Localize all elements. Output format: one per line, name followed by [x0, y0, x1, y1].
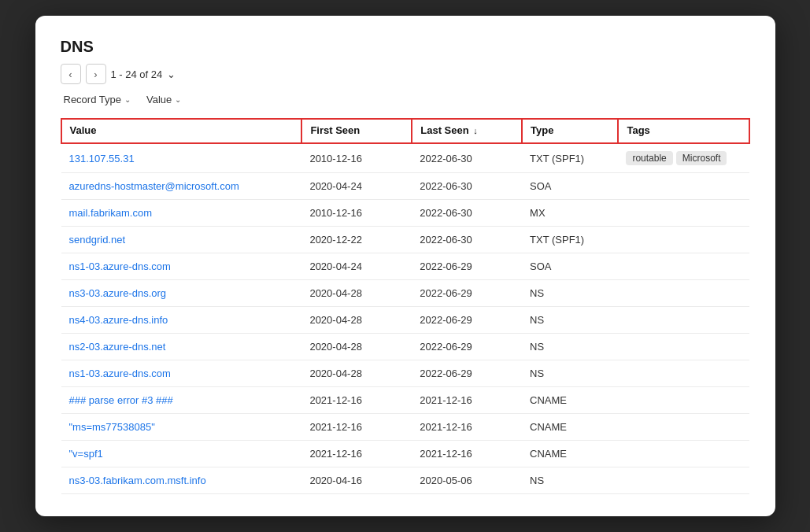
value-link[interactable]: "ms=ms77538085" — [69, 421, 155, 433]
cell-type: CNAME — [522, 441, 618, 467]
cell-last-seen: 2021-12-16 — [412, 414, 522, 441]
col-first-seen[interactable]: First Seen — [301, 119, 412, 143]
value-link[interactable]: ns2-03.azure-dns.net — [69, 341, 166, 353]
cell-tags — [618, 360, 749, 387]
table-row: ns2-03.azure-dns.net2020-04-282022-06-29… — [61, 334, 749, 360]
cell-tags — [618, 414, 749, 441]
tag-badge[interactable]: routable — [626, 151, 672, 165]
table-row: ### parse error #3 ###2021-12-162021-12-… — [61, 387, 749, 414]
cell-last-seen: 2021-12-16 — [412, 441, 522, 467]
table-row: ns3-03.fabrikam.com.msft.info2020-04-162… — [61, 467, 749, 494]
cell-last-seen: 2022-06-29 — [412, 280, 522, 307]
value-link[interactable]: ns1-03.azure-dns.com — [69, 368, 171, 379]
cell-first-seen: 2021-12-16 — [301, 414, 412, 441]
cell-value: ns1-03.azure-dns.com — [61, 253, 302, 280]
pagination-dropdown-arrow: ⌄ — [167, 68, 176, 80]
table-row: "v=spf12021-12-162021-12-16CNAME — [61, 441, 749, 467]
value-link[interactable]: ns3-03.fabrikam.com.msft.info — [69, 475, 206, 486]
cell-last-seen: 2021-12-16 — [412, 387, 522, 414]
cell-tags — [618, 467, 749, 494]
pagination-info: 1 - 24 of 24 — [111, 68, 163, 80]
cell-type: TXT (SPF1) — [522, 143, 618, 173]
cell-last-seen: 2022-06-30 — [412, 227, 522, 253]
value-chevron: ⌄ — [175, 95, 181, 104]
value-filter[interactable]: Value ⌄ — [143, 92, 184, 107]
cell-first-seen: 2020-04-28 — [301, 307, 412, 334]
cell-tags — [618, 307, 749, 334]
cell-value: azuredns-hostmaster@microsoft.com — [61, 173, 302, 200]
pagination-dropdown[interactable]: ⌄ — [167, 68, 176, 80]
table-row: 131.107.55.312010-12-162022-06-30TXT (SP… — [61, 143, 749, 173]
cell-type: CNAME — [522, 414, 618, 441]
page-title: DNS — [61, 38, 750, 56]
col-value[interactable]: Value — [61, 119, 302, 143]
cell-last-seen: 2022-06-30 — [412, 200, 522, 227]
cell-value: "v=spf1 — [61, 441, 302, 467]
value-link[interactable]: 131.107.55.31 — [69, 153, 135, 164]
cell-tags — [618, 387, 749, 414]
record-type-chevron: ⌄ — [124, 95, 131, 104]
cell-value: mail.fabrikam.com — [61, 200, 302, 227]
cell-first-seen: 2020-04-28 — [301, 280, 412, 307]
col-last-seen[interactable]: Last Seen ↓ — [412, 119, 522, 143]
value-link[interactable]: ### parse error #3 ### — [69, 394, 173, 406]
cell-first-seen: 2020-04-16 — [301, 467, 412, 494]
cell-type: CNAME — [522, 387, 618, 414]
table-row: ns3-03.azure-dns.org2020-04-282022-06-29… — [61, 280, 749, 307]
cell-type: NS — [522, 307, 618, 334]
cell-type: NS — [522, 280, 618, 307]
filter-row: Record Type ⌄ Value ⌄ — [61, 92, 750, 107]
cell-value: sendgrid.net — [61, 227, 302, 253]
cell-tags — [618, 200, 749, 227]
cell-value: 131.107.55.31 — [61, 143, 302, 173]
value-link[interactable]: azuredns-hostmaster@microsoft.com — [69, 180, 239, 192]
cell-first-seen: 2020-04-24 — [301, 253, 412, 280]
cell-type: NS — [522, 360, 618, 387]
cell-value: ns4-03.azure-dns.info — [61, 307, 302, 334]
table-row: ns1-03.azure-dns.com2020-04-242022-06-29… — [61, 253, 749, 280]
value-link[interactable]: mail.fabrikam.com — [69, 207, 152, 219]
cell-tags — [618, 173, 749, 200]
cell-tags — [618, 253, 749, 280]
cell-value: ns2-03.azure-dns.net — [61, 334, 302, 360]
sort-icon-last-seen: ↓ — [473, 126, 478, 135]
table-container: Value First Seen Last Seen ↓ Type Tags — [61, 118, 750, 494]
pagination-row: ‹ › 1 - 24 of 24 ⌄ — [61, 64, 750, 84]
dns-table: Value First Seen Last Seen ↓ Type Tags — [61, 118, 750, 494]
tag-badge[interactable]: Microsoft — [676, 151, 727, 165]
cell-last-seen: 2022-06-30 — [412, 173, 522, 200]
cell-type: TXT (SPF1) — [522, 227, 618, 253]
cell-first-seen: 2020-04-28 — [301, 334, 412, 360]
cell-value: ns3-03.fabrikam.com.msft.info — [61, 467, 302, 494]
prev-page-button[interactable]: ‹ — [61, 64, 81, 84]
cell-value: ns1-03.azure-dns.com — [61, 360, 302, 387]
cell-tags — [618, 441, 749, 467]
value-link[interactable]: ns3-03.azure-dns.org — [69, 287, 167, 299]
cell-last-seen: 2022-06-29 — [412, 253, 522, 280]
cell-first-seen: 2020-04-28 — [301, 360, 412, 387]
value-link[interactable]: ns4-03.azure-dns.info — [69, 314, 168, 326]
col-tags[interactable]: Tags — [618, 119, 749, 143]
cell-type: SOA — [522, 173, 618, 200]
value-link[interactable]: sendgrid.net — [69, 234, 126, 246]
table-row: ns4-03.azure-dns.info2020-04-282022-06-2… — [61, 307, 749, 334]
table-row: "ms=ms77538085"2021-12-162021-12-16CNAME — [61, 414, 749, 441]
cell-type: NS — [522, 467, 618, 494]
value-label: Value — [146, 94, 172, 105]
cell-value: "ms=ms77538085" — [61, 414, 302, 441]
cell-type: MX — [522, 200, 618, 227]
cell-first-seen: 2010-12-16 — [301, 143, 412, 173]
col-type[interactable]: Type — [522, 119, 618, 143]
record-type-filter[interactable]: Record Type ⌄ — [61, 92, 134, 107]
cell-first-seen: 2010-12-16 — [301, 200, 412, 227]
cell-last-seen: 2020-05-06 — [412, 467, 522, 494]
table-row: ns1-03.azure-dns.com2020-04-282022-06-29… — [61, 360, 749, 387]
cell-last-seen: 2022-06-29 — [412, 360, 522, 387]
cell-first-seen: 2021-12-16 — [301, 387, 412, 414]
cell-type: SOA — [522, 253, 618, 280]
value-link[interactable]: ns1-03.azure-dns.com — [69, 260, 171, 272]
next-page-button[interactable]: › — [86, 64, 106, 84]
table-row: azuredns-hostmaster@microsoft.com2020-04… — [61, 173, 749, 200]
value-link[interactable]: "v=spf1 — [69, 448, 103, 460]
cell-type: NS — [522, 334, 618, 360]
